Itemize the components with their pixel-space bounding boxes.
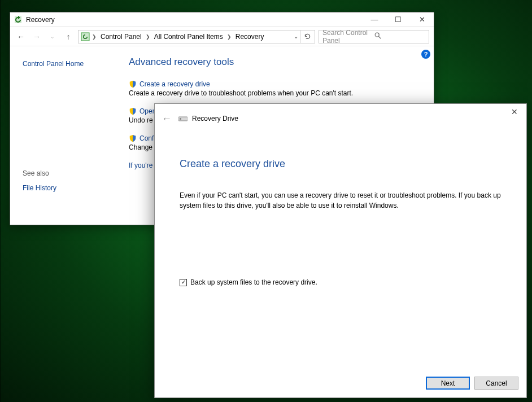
breadcrumb-item[interactable]: Control Panel [99, 33, 143, 41]
search-placeholder: Search Control Panel [322, 29, 374, 45]
breadcrumb-item[interactable]: Recovery [234, 33, 266, 41]
address-dropdown[interactable]: ⌄ [291, 33, 300, 40]
wizard-description: Even if your PC can't start, you can use… [180, 190, 502, 211]
minimize-button[interactable]: — [363, 12, 386, 27]
configure-system-restore-link[interactable]: Conf [139, 134, 154, 142]
shield-icon [129, 80, 137, 88]
shield-icon [129, 134, 137, 142]
file-history-link[interactable]: File History [23, 184, 114, 192]
drive-icon [178, 115, 187, 122]
titlebar[interactable]: Recovery — ☐ ✕ [10, 12, 434, 27]
wizard-back-button[interactable]: ← [162, 113, 178, 125]
shield-icon [129, 107, 137, 115]
open-system-restore-link[interactable]: Open [139, 107, 156, 115]
up-button[interactable]: ↑ [62, 30, 75, 43]
chevron-right-icon: ❯ [145, 34, 151, 40]
maximize-button[interactable]: ☐ [386, 12, 410, 27]
svg-line-2 [379, 37, 381, 39]
chevron-right-icon: ❯ [91, 34, 98, 40]
tool-item: Create a recovery drive Create a recover… [129, 80, 428, 97]
breadcrumb-item[interactable]: All Control Panel Items [152, 33, 225, 41]
forward-button[interactable]: → [30, 30, 43, 43]
wizard-title: Recovery Drive [192, 115, 238, 123]
cancel-button[interactable]: Cancel [474, 377, 518, 390]
desktop-edge [0, 0, 1, 402]
address-bar-row: ← → ⌄ ↑ ❯ Control Panel ❯ All Control Pa… [10, 27, 434, 46]
recent-dropdown[interactable]: ⌄ [46, 30, 59, 43]
create-recovery-drive-link[interactable]: Create a recovery drive [139, 80, 210, 88]
wizard-close-button[interactable]: ✕ [503, 104, 526, 120]
address-bar[interactable]: ❯ Control Panel ❯ All Control Panel Item… [78, 30, 315, 43]
svg-rect-0 [81, 33, 89, 41]
sidebar: Control Panel Home See also File History [10, 46, 123, 225]
recovery-drive-wizard: ← Recovery Drive ✕ Create a recovery dri… [154, 103, 527, 398]
refresh-button[interactable] [300, 30, 315, 43]
recovery-icon [81, 32, 90, 41]
see-also-label: See also [23, 169, 114, 177]
page-heading: Advanced recovery tools [129, 56, 428, 68]
chevron-right-icon: ❯ [226, 34, 233, 40]
close-button[interactable]: ✕ [410, 12, 434, 27]
search-input[interactable]: Search Control Panel [319, 30, 429, 43]
search-icon [374, 32, 425, 41]
svg-rect-4 [180, 118, 181, 120]
backup-checkbox-label[interactable]: Back up system files to the recovery dri… [190, 278, 317, 286]
wizard-header: ← Recovery Drive ✕ [155, 104, 526, 133]
backup-checkbox[interactable]: ✓ [180, 279, 187, 286]
window-title: Recovery [26, 16, 363, 24]
wizard-heading: Create a recovery drive [180, 158, 502, 170]
back-button[interactable]: ← [15, 30, 27, 43]
control-panel-home-link[interactable]: Control Panel Home [23, 60, 114, 68]
svg-point-1 [375, 33, 379, 37]
recovery-icon [14, 15, 23, 24]
help-icon[interactable]: ? [421, 50, 430, 59]
tool-desc: Create a recovery drive to troubleshoot … [129, 89, 428, 97]
next-button[interactable]: Next [426, 377, 470, 390]
